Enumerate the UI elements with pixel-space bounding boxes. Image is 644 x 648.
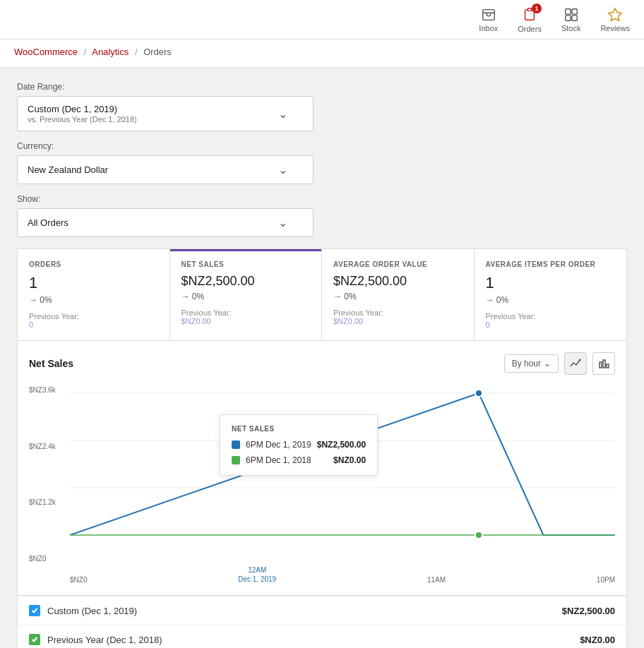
top-nav: Inbox 1 Orders Stock [0, 0, 644, 40]
breadcrumb-bar: WooCommerce / Analytics / Orders [0, 40, 644, 68]
svg-rect-9 [603, 360, 605, 368]
svg-rect-0 [483, 9, 495, 20]
stat-avg-items-prev-label: Previous Year: [486, 312, 616, 320]
tooltip-row-2019: 6PM Dec 1, 2019 $NZ2,500.00 [232, 440, 366, 450]
y-label-36k: $NZ3.6k [29, 386, 68, 394]
tooltip-title: NET SALES [232, 425, 366, 433]
breadcrumb: WooCommerce / Analytics / Orders [14, 47, 630, 57]
nav-stock[interactable]: Stock [561, 7, 581, 32]
show-chevron-icon: ⌄ [278, 216, 287, 229]
orders-label: Orders [518, 25, 542, 33]
date-range-sub: vs. Previous Year (Dec 1, 2018) [28, 115, 273, 124]
tooltip-val-2018: $NZ0.00 [333, 455, 366, 465]
nav-orders[interactable]: 1 Orders [518, 6, 542, 33]
svg-point-17 [475, 532, 482, 539]
legend-checkbox-2018[interactable] [29, 634, 40, 645]
by-hour-label: By hour [512, 359, 541, 368]
breadcrumb-current: Orders [143, 47, 172, 57]
stat-net-sales-value: $NZ2,500.00 [181, 274, 311, 289]
tooltip-dot-2019 [232, 440, 240, 449]
svg-marker-6 [609, 8, 621, 20]
svg-rect-3 [572, 8, 577, 13]
bar-chart-button[interactable] [592, 352, 615, 375]
svg-point-15 [475, 390, 482, 397]
chart-title: Net Sales [29, 358, 73, 369]
stat-avg-items-prev-value: 0 [486, 320, 616, 329]
reviews-label: Reviews [600, 24, 630, 32]
date-range-label: Date Range: [17, 82, 627, 92]
currency-label: Currency: [17, 141, 627, 151]
y-label-12k: $NZ1.2k [29, 498, 68, 506]
tooltip-dot-2018 [232, 456, 240, 464]
svg-rect-8 [600, 362, 602, 368]
stats-grid: ORDERS 1 → 0% Previous Year: 0 NET SALES… [17, 248, 627, 341]
stat-orders-prev-value: 0 [29, 320, 158, 329]
by-hour-button[interactable]: By hour ⌄ [504, 354, 559, 373]
legend-value-2018: $NZ0.00 [580, 635, 615, 645]
breadcrumb-analytics[interactable]: Analytics [92, 47, 129, 57]
stat-avg-items-change: → 0% [486, 295, 616, 305]
stat-avg-order-change: → 0% [333, 292, 463, 301]
chart-tooltip: NET SALES 6PM Dec 1, 2019 $NZ2,500.00 6P… [220, 414, 378, 476]
show-text: All Orders [28, 217, 273, 228]
main-content: Date Range: Custom (Dec 1, 2019) vs. Pre… [0, 68, 644, 648]
stat-avg-items-label: AVERAGE ITEMS PER ORDER [486, 260, 616, 268]
stat-net-sales-prev-label: Previous Year: [181, 308, 311, 317]
chart-controls: By hour ⌄ [504, 352, 615, 375]
stat-avg-order: AVERAGE ORDER VALUE $NZ2,500.00 → 0% Pre… [322, 249, 475, 340]
chart-section: Net Sales By hour ⌄ [17, 341, 627, 596]
stat-avg-items-value: 1 [486, 274, 616, 292]
stat-net-sales: NET SALES $NZ2,500.00 → 0% Previous Year… [170, 249, 323, 340]
stat-avg-order-prev-value: $NZ0.00 [333, 317, 463, 325]
nav-reviews[interactable]: Reviews [600, 7, 630, 32]
currency-value: New Zealand Dollar [28, 164, 108, 175]
inbox-label: Inbox [479, 24, 498, 32]
stock-label: Stock [561, 24, 581, 32]
orders-badge: 1 [532, 4, 542, 13]
stat-orders-label: ORDERS [29, 260, 158, 268]
breadcrumb-woocommerce[interactable]: WooCommerce [14, 47, 78, 57]
show-dropdown[interactable]: All Orders ⌄ [17, 208, 314, 237]
stat-orders-change: → 0% [29, 295, 158, 305]
date-range-value: Custom (Dec 1, 2019) [28, 104, 117, 114]
tooltip-label-2019: 6PM Dec 1, 2019 [246, 440, 311, 450]
x-label-10pm: 10PM [597, 576, 615, 584]
date-range-dropdown[interactable]: Custom (Dec 1, 2019) vs. Previous Year (… [17, 96, 314, 131]
stat-avg-order-value: $NZ2,500.00 [333, 274, 463, 289]
svg-rect-2 [565, 8, 570, 13]
stat-avg-items: AVERAGE ITEMS PER ORDER 1 → 0% Previous … [475, 249, 627, 340]
line-chart-button[interactable] [564, 352, 587, 375]
legend-checkbox-2019[interactable] [29, 605, 40, 616]
legend-section: Custom (Dec 1, 2019) $NZ2,500.00 Previou… [17, 596, 627, 648]
currency-dropdown[interactable]: New Zealand Dollar ⌄ [17, 155, 314, 184]
sep2: / [135, 47, 138, 57]
x-label-12am: 12AMDec 1, 2019 [238, 565, 276, 584]
stat-net-sales-prev-value: $NZ0.00 [181, 317, 311, 325]
legend-label-2019: Custom (Dec 1, 2019) [47, 606, 137, 616]
y-label-24k: $NZ2.4k [29, 443, 68, 450]
tooltip-label-2018: 6PM Dec 1, 2018 [246, 455, 328, 465]
stat-orders-value: 1 [29, 274, 158, 292]
stat-avg-order-prev-label: Previous Year: [333, 308, 463, 317]
stat-orders-prev-label: Previous Year: [29, 312, 158, 320]
stat-net-sales-label: NET SALES [181, 260, 311, 268]
legend-left-2018: Previous Year (Dec 1, 2018) [29, 634, 162, 645]
show-value: All Orders [28, 217, 68, 228]
svg-rect-10 [607, 364, 609, 368]
svg-rect-1 [527, 8, 532, 11]
currency-chevron-icon: ⌄ [278, 163, 287, 176]
legend-label-2018: Previous Year (Dec 1, 2018) [47, 635, 162, 645]
stat-orders: ORDERS 1 → 0% Previous Year: 0 [18, 249, 170, 340]
svg-rect-5 [572, 15, 577, 20]
nav-icons: Inbox 1 Orders Stock [479, 6, 630, 33]
nav-inbox[interactable]: Inbox [479, 7, 498, 32]
legend-row-2018: Previous Year (Dec 1, 2018) $NZ0.00 [18, 625, 626, 648]
stat-avg-order-label: AVERAGE ORDER VALUE [333, 260, 463, 268]
currency-text: New Zealand Dollar [28, 164, 273, 175]
legend-value-2019: $NZ2,500.00 [562, 606, 615, 616]
by-hour-chevron-icon: ⌄ [544, 359, 551, 368]
x-label-11am: 11AM [427, 576, 446, 584]
date-range-text: Custom (Dec 1, 2019) vs. Previous Year (… [28, 104, 273, 124]
show-label: Show: [17, 194, 627, 204]
chart-area: $NZ3.6k $NZ2.4k $NZ1.2k $NZ0 [29, 386, 615, 584]
